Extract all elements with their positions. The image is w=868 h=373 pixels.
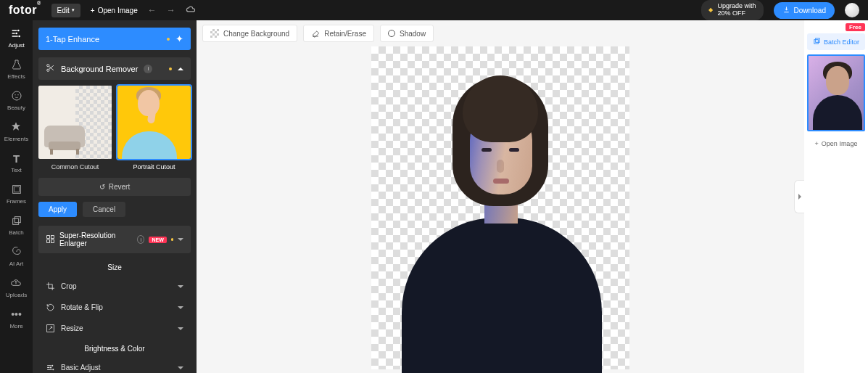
diamond-icon: ◆	[708, 7, 713, 14]
crop-icon	[46, 282, 55, 291]
batch-icon	[813, 37, 821, 46]
rail-effects[interactable]: Effects	[7, 59, 25, 80]
retain-erase-label: Retain/Erase	[324, 30, 366, 38]
svg-rect-22	[816, 38, 820, 43]
svg-rect-13	[51, 235, 54, 238]
premium-dot-icon	[169, 67, 172, 70]
change-background-button[interactable]: Change Background	[202, 25, 297, 42]
rail-label: Effects	[7, 73, 25, 80]
svg-rect-8	[12, 218, 18, 224]
rail-frames[interactable]: Frames	[7, 184, 26, 205]
rail-adjust[interactable]: Adjust	[8, 28, 24, 49]
stack-icon	[11, 215, 22, 226]
super-res-label: Super-Resolution Enlarger	[59, 231, 128, 247]
rail-batch[interactable]: Batch	[9, 215, 23, 236]
rotate-label: Rotate & Flip	[61, 303, 103, 311]
canvas-viewport[interactable]	[197, 46, 804, 373]
brightness-section-title: Brightness & Color	[38, 345, 191, 353]
redo-icon[interactable]: →	[167, 5, 175, 15]
svg-point-3	[12, 91, 21, 100]
adjust-icon	[46, 363, 55, 372]
open-image-label: Open Image	[98, 7, 138, 15]
rail-label: Elements	[4, 136, 28, 142]
open-image-side-label: Open Image	[822, 140, 858, 147]
rail-uploads[interactable]: Uploads	[6, 277, 27, 298]
resize-label: Resize	[61, 324, 83, 332]
action-row: Apply Cancel	[38, 202, 191, 217]
download-label: Download	[794, 7, 826, 15]
rail-label: Beauty	[7, 104, 25, 111]
rail-label: Adjust	[8, 42, 24, 49]
wand-icon: ✦	[175, 33, 183, 44]
rail-beauty[interactable]: Beauty	[7, 90, 25, 111]
retain-erase-button[interactable]: Retain/Erase	[303, 25, 374, 42]
revert-button[interactable]: ↺ Revert	[38, 178, 191, 196]
chevron-down-icon	[178, 238, 183, 241]
plus-icon: +	[815, 140, 819, 147]
frame-icon	[11, 184, 22, 195]
shadow-label: Shadow	[400, 30, 426, 38]
svg-rect-14	[47, 239, 50, 242]
one-tap-enhance-tile[interactable]: 1-Tap Enhance ✦	[38, 28, 191, 50]
svg-rect-12	[47, 235, 50, 238]
background-remover-tile[interactable]: Background Remover i	[38, 57, 191, 80]
canvas-toolbar: Change Background Retain/Erase Shadow	[197, 20, 804, 46]
canvas-area: Change Background Retain/Erase Shadow	[197, 20, 804, 373]
chevron-down-icon	[178, 366, 183, 369]
more-icon: •••	[10, 308, 22, 320]
common-cutout-label: Common Cutout	[51, 163, 99, 171]
chevron-up-icon	[178, 67, 183, 70]
rail-text[interactable]: T Text	[11, 152, 22, 173]
rail-more[interactable]: ••• More	[9, 308, 22, 329]
batch-editor-button[interactable]: Batch Editor	[807, 33, 865, 50]
avatar[interactable]	[845, 3, 859, 17]
undo-icon[interactable]: ←	[148, 5, 157, 15]
svg-rect-6	[12, 186, 20, 194]
canvas-image[interactable]	[371, 46, 629, 369]
rail-label: Frames	[7, 198, 26, 205]
info-icon: i	[144, 65, 152, 73]
text-icon: T	[11, 152, 22, 164]
rotate-icon	[46, 303, 55, 312]
common-cutout-option[interactable]: Common Cutout	[38, 86, 112, 171]
premium-dot-icon	[171, 238, 173, 241]
upgrade-button[interactable]: ◆ Upgrade with20% OFF	[701, 0, 763, 20]
cloud-sync-icon[interactable]	[186, 4, 196, 17]
premium-dot-icon	[167, 38, 170, 41]
edit-dropdown[interactable]: Edit ▾	[51, 4, 80, 17]
bg-remover-label: Background Remover	[61, 65, 138, 73]
download-button[interactable]: Download	[774, 2, 835, 19]
new-badge: NEW	[149, 237, 166, 243]
rail-label: AI Art	[9, 261, 24, 267]
rail-aiart[interactable]: AI Art	[9, 246, 24, 267]
cancel-button[interactable]: Cancel	[83, 202, 125, 217]
apply-button[interactable]: Apply	[38, 202, 77, 217]
chevron-down-icon	[178, 327, 183, 330]
rotate-flip-row[interactable]: Rotate & Flip	[38, 297, 191, 318]
basic-adjust-label: Basic Adjust	[61, 364, 100, 372]
chevron-down-icon	[178, 306, 183, 309]
svg-point-4	[15, 94, 15, 95]
crop-row[interactable]: Crop	[38, 276, 191, 297]
svg-point-2	[19, 36, 21, 38]
info-icon: i	[137, 235, 144, 244]
flask-icon	[11, 59, 22, 70]
image-thumbnail[interactable]	[807, 54, 865, 131]
basic-adjust-row[interactable]: Basic Adjust	[38, 357, 191, 373]
open-image-button[interactable]: + Open Image	[91, 7, 138, 15]
shadow-button[interactable]: Shadow	[380, 25, 434, 42]
right-rail-collapse-handle[interactable]	[794, 180, 804, 213]
svg-point-0	[17, 30, 20, 32]
svg-rect-9	[15, 217, 20, 223]
svg-point-18	[50, 366, 51, 368]
resize-row[interactable]: Resize	[38, 318, 191, 339]
rail-label: Batch	[9, 229, 23, 236]
rail-elements[interactable]: Elements	[4, 121, 28, 142]
super-resolution-tile[interactable]: Super-Resolution Enlarger i NEW	[38, 226, 191, 253]
svg-rect-7	[14, 187, 19, 192]
portrait-cutout-option[interactable]: Portrait Cutout	[117, 86, 191, 171]
download-icon	[782, 6, 790, 15]
right-rail: Free Batch Editor + Open Image	[804, 20, 868, 373]
star-icon	[10, 121, 22, 133]
open-image-side-button[interactable]: + Open Image	[807, 136, 865, 152]
